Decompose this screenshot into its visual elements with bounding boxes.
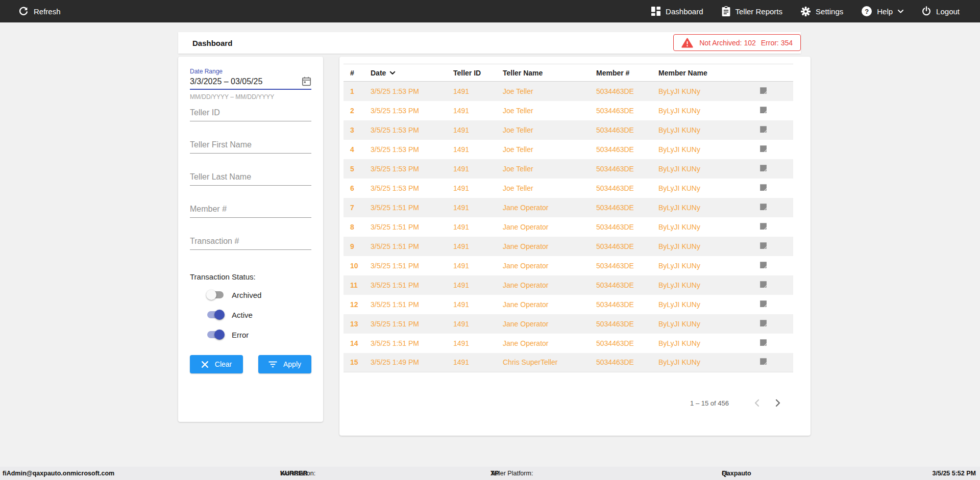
apply-label: Apply [283, 360, 301, 368]
cell-note [739, 295, 793, 314]
toggle-knob [206, 290, 216, 300]
apply-button[interactable]: Apply [258, 355, 311, 373]
table-row[interactable]: 93/5/25 1:51 PM1491Jane Operator5034463D… [344, 237, 793, 256]
table-row[interactable]: 63/5/25 1:53 PM1491Joe Teller5034463DEBy… [344, 179, 793, 198]
refresh-button[interactable]: Refresh [18, 6, 61, 16]
cell-note [739, 237, 793, 256]
table-row[interactable]: 73/5/25 1:51 PM1491Jane Operator5034463D… [344, 198, 793, 217]
col-header-member-name[interactable]: Member Name [652, 64, 739, 82]
toggle-active[interactable] [206, 310, 225, 320]
top-nav: Refresh Dashboard Teller Reports Setting… [0, 0, 980, 22]
cell-date: 3/5/25 1:51 PM [364, 314, 447, 334]
nav-label: Dashboard [666, 7, 703, 16]
cell-teller-name: Jane Operator [496, 217, 590, 237]
note-icon[interactable] [759, 183, 768, 192]
cell-num: 7 [344, 198, 364, 217]
refresh-label: Refresh [34, 7, 61, 16]
date-range-field [190, 75, 311, 90]
col-header-teller-id[interactable]: Teller ID [447, 64, 496, 82]
table-row[interactable]: 103/5/25 1:51 PM1491Jane Operator5034463… [344, 256, 793, 275]
error-count: Error: 354 [761, 39, 793, 47]
note-icon[interactable] [759, 261, 768, 269]
cell-teller-name: Joe Teller [496, 159, 590, 179]
filter-input-member[interactable] [190, 205, 311, 214]
nav-item-dashboard[interactable]: Dashboard [651, 7, 703, 16]
clear-label: Clear [215, 360, 232, 368]
cell-teller-id: 1491 [447, 237, 496, 256]
filter-actions: Clear Apply [190, 355, 311, 373]
cell-teller-id: 1491 [447, 353, 496, 372]
col-header-num[interactable]: # [344, 64, 364, 82]
table-row[interactable]: 143/5/25 1:51 PM1491Jane Operator5034463… [344, 334, 793, 353]
table-row[interactable]: 43/5/25 1:53 PM1491Joe Teller5034463DEBy… [344, 140, 793, 159]
cell-teller-id: 1491 [447, 275, 496, 295]
dashboard-icon [651, 7, 660, 16]
cell-teller-id: 1491 [447, 198, 496, 217]
power-icon [922, 6, 931, 16]
note-icon[interactable] [759, 280, 768, 289]
cell-member-num: 5034463DE [590, 275, 652, 295]
table-row[interactable]: 83/5/25 1:51 PM1491Jane Operator5034463D… [344, 217, 793, 237]
note-icon[interactable] [759, 86, 768, 95]
table-row[interactable]: 133/5/25 1:51 PM1491Jane Operator5034463… [344, 314, 793, 334]
note-icon[interactable] [759, 338, 768, 347]
x-icon [201, 361, 209, 368]
status-toggle-row: Active [206, 309, 311, 320]
table-row[interactable]: 23/5/25 1:53 PM1491Joe Teller5034463DEBy… [344, 101, 793, 120]
note-icon[interactable] [759, 164, 768, 172]
col-header-teller-name[interactable]: Teller Name [496, 64, 590, 82]
nav-item-teller-reports[interactable]: Teller Reports [722, 6, 783, 16]
filter-input-teller-id[interactable] [190, 108, 311, 117]
nav-item-help[interactable]: ? Help [862, 6, 903, 16]
toggle-archived[interactable] [206, 290, 225, 300]
pagination: 1 – 15 of 456 [339, 396, 785, 410]
filter-icon [268, 361, 277, 368]
table-row[interactable]: 33/5/25 1:53 PM1491Joe Teller5034463DEBy… [344, 120, 793, 140]
chevron-right-icon[interactable] [771, 396, 785, 410]
nav-item-settings[interactable]: Settings [801, 7, 843, 16]
cell-teller-name: Jane Operator [496, 198, 590, 217]
filter-input-transaction[interactable] [190, 237, 311, 246]
toggle-error[interactable] [206, 330, 225, 340]
table-row[interactable]: 113/5/25 1:51 PM1491Jane Operator5034463… [344, 275, 793, 295]
nav-label: Settings [816, 7, 843, 16]
note-icon[interactable] [759, 299, 768, 308]
col-header-date[interactable]: Date [364, 64, 447, 82]
note-icon[interactable] [759, 222, 768, 231]
cell-teller-name: Joe Teller [496, 101, 590, 120]
col-header-actions [739, 64, 793, 82]
table-row[interactable]: 123/5/25 1:51 PM1491Jane Operator5034463… [344, 295, 793, 314]
table-row[interactable]: 13/5/25 1:53 PM1491Joe Teller5034463DEBy… [344, 82, 793, 101]
calendar-icon[interactable] [302, 77, 311, 86]
cell-note [739, 275, 793, 295]
cell-date: 3/5/25 1:53 PM [364, 140, 447, 159]
cell-teller-id: 1491 [447, 82, 496, 101]
cell-num: 9 [344, 237, 364, 256]
col-header-member-num[interactable]: Member # [590, 64, 652, 82]
note-icon[interactable] [759, 357, 768, 366]
status-toggle-row: Error [206, 329, 311, 340]
cell-date: 3/5/25 1:53 PM [364, 159, 447, 179]
table-row[interactable]: 53/5/25 1:53 PM1491Joe Teller5034463DEBy… [344, 159, 793, 179]
table-row[interactable]: 153/5/25 1:49 PM1491Chris SuperTeller503… [344, 353, 793, 372]
cell-date: 3/5/25 1:51 PM [364, 256, 447, 275]
note-icon[interactable] [759, 241, 768, 250]
filter-input-teller-first-name[interactable] [190, 140, 311, 149]
clear-button[interactable]: Clear [190, 355, 243, 373]
date-range-label: Date Range [190, 68, 311, 75]
note-icon[interactable] [759, 144, 768, 153]
cell-num: 1 [344, 82, 364, 101]
filter-input-teller-last-name[interactable] [190, 172, 311, 182]
chevron-left-icon[interactable] [749, 396, 764, 410]
cell-teller-name: Jane Operator [496, 275, 590, 295]
nav-item-logout[interactable]: Logout [922, 6, 960, 16]
cell-member-num: 5034463DE [590, 140, 652, 159]
note-icon[interactable] [759, 203, 768, 211]
date-range-input[interactable] [190, 77, 302, 86]
cell-member-num: 5034463DE [590, 82, 652, 101]
note-icon[interactable] [759, 106, 768, 114]
clipboard-icon [722, 6, 730, 16]
note-icon[interactable] [759, 319, 768, 327]
cell-teller-name: Jane Operator [496, 334, 590, 353]
note-icon[interactable] [759, 125, 768, 134]
